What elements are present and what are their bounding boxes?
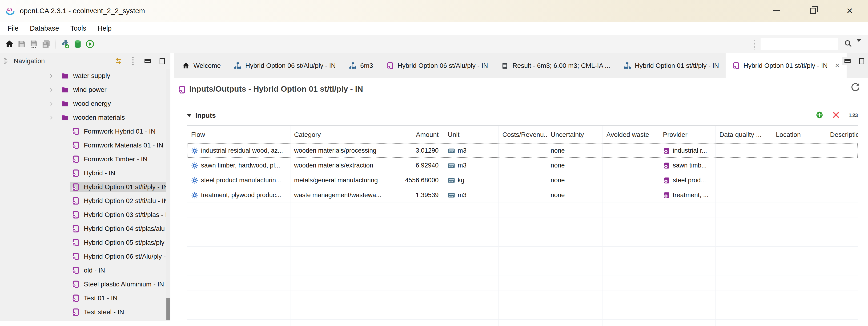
home-button[interactable] (3, 37, 16, 51)
nav-item[interactable]: Formwork Timber - IN (0, 152, 166, 166)
model-graph-icon (349, 62, 356, 69)
product-system-icon (71, 141, 80, 149)
reload-button[interactable] (850, 83, 860, 93)
inputs-section-title: Inputs (195, 112, 216, 119)
empty-row (187, 217, 858, 232)
nav-item[interactable]: wood energy (0, 96, 166, 111)
product-system-icon (71, 155, 80, 163)
add-icon (815, 111, 824, 119)
search-button[interactable] (844, 39, 852, 49)
editor-tab[interactable]: Result - 6m3; 6.00 m3; CML-IA ... (495, 53, 617, 78)
editor-tab[interactable]: Welcome (176, 53, 227, 78)
nav-item[interactable]: Hybrid Option 04 st/plas/alu - IN (0, 221, 166, 236)
editor-area: WelcomeHybrid Option 06 st/Alu/ply - IN6… (174, 53, 868, 326)
column-header[interactable]: Provider (659, 126, 715, 143)
column-header[interactable]: Category (290, 126, 391, 143)
menu-file[interactable]: File (2, 23, 24, 34)
table-row[interactable]: industrial residual wood, az...wooden ma… (187, 143, 858, 158)
menu-tools[interactable]: Tools (65, 23, 92, 34)
run-button[interactable] (84, 37, 96, 51)
view-menu-button[interactable] (129, 57, 137, 65)
expand-chevron-icon[interactable] (48, 87, 59, 93)
home-icon (182, 62, 190, 69)
nav-item[interactable]: Steel plastic Aluminium - IN (0, 277, 166, 291)
column-header[interactable]: Description (826, 126, 858, 143)
expand-chevron-icon[interactable] (48, 101, 59, 107)
scrollbar-thumb[interactable] (166, 298, 170, 320)
navigation-scrollbar[interactable] (166, 69, 170, 321)
editor-tab[interactable]: Hybrid Option 06 st/Alu/ply - IN (380, 53, 495, 78)
link-with-editor-button[interactable] (114, 57, 122, 65)
empty-row (187, 290, 858, 305)
nav-item[interactable]: old - IN (0, 263, 166, 277)
menu-help[interactable]: Help (92, 23, 118, 34)
save-as-button[interactable] (28, 37, 40, 51)
editor-tab-bar: WelcomeHybrid Option 06 st/Alu/ply - IN6… (174, 53, 868, 78)
navigation-tree: water supplywind powerwood energywooden … (0, 69, 166, 321)
table-row[interactable]: sawn timber, hardwood, pl...wooden mater… (187, 158, 858, 173)
close-icon: ✕ (846, 7, 853, 15)
product-system-icon (178, 86, 186, 94)
column-header[interactable]: Uncertainty (547, 126, 602, 143)
editor-tab[interactable]: Hybrid Option 01 st/ti/ply - IN✕ (725, 53, 846, 78)
nav-item[interactable]: Hybrid Option 03 st/ti/plas - IN (0, 208, 166, 221)
column-header[interactable]: Data quality ... (715, 126, 772, 143)
nav-item[interactable]: Hybrid Option 06 st/Alu/ply - IN (0, 249, 166, 263)
nav-item[interactable]: Test steel - IN (0, 305, 166, 319)
minimize-editor-button[interactable] (843, 57, 851, 65)
product-system-icon (71, 183, 80, 191)
save-all-button[interactable] (40, 37, 52, 51)
column-header[interactable]: Location (772, 126, 826, 143)
save-button[interactable] (16, 37, 28, 51)
product-system-icon (71, 225, 80, 233)
table-row[interactable]: treatment, plywood produc...waste manage… (187, 188, 858, 203)
minimize-editor-icon (844, 59, 850, 63)
column-header[interactable]: Avoided waste (602, 126, 659, 143)
unit-combo-icon (448, 177, 455, 183)
minimize-view-button[interactable] (144, 57, 152, 65)
editor-tab[interactable]: 6m3 (342, 53, 380, 78)
nav-item[interactable]: Hybrid Option 05 st/plas/ply - IN (0, 236, 166, 249)
add-row-button[interactable] (815, 111, 824, 120)
new-item-button[interactable] (59, 37, 71, 51)
column-header[interactable]: Flow (187, 126, 290, 143)
minimize-button[interactable] (772, 7, 780, 15)
nav-item[interactable]: Hybrid - IN (0, 166, 166, 180)
nav-item[interactable]: Hybrid Option 02 st/ti/alu - IN (0, 194, 166, 208)
product-system-icon (71, 253, 80, 261)
page-title: Inputs/Outputs - Hybrid Option 01 st/ti/… (189, 84, 363, 93)
collapse-triangle-icon[interactable] (187, 114, 192, 117)
nav-item[interactable]: wooden materials (0, 111, 166, 124)
delete-row-button[interactable] (832, 111, 840, 120)
database-icon (73, 39, 82, 49)
expand-chevron-icon[interactable] (48, 73, 59, 79)
search-input[interactable] (760, 38, 838, 50)
expand-chevron-icon[interactable] (48, 115, 59, 120)
column-header[interactable]: Costs/Revenu... (498, 126, 547, 143)
tab-close-icon[interactable]: ✕ (835, 62, 840, 69)
menu-database[interactable]: Database (24, 23, 65, 34)
maximize-editor-button[interactable] (858, 57, 866, 65)
nav-item[interactable]: Formwork Hybrid 01 - IN (0, 124, 166, 138)
table-row[interactable]: steel product manufacturin...metals/gene… (187, 173, 858, 188)
database-button[interactable] (71, 37, 84, 51)
editor-tab[interactable]: Hybrid Option 01 st/ti/ply - IN (617, 53, 725, 78)
view-menu-icon (131, 57, 135, 65)
product-system-icon (732, 62, 740, 69)
nav-item[interactable]: Hybrid Option 01 st/ti/ply - IN (0, 180, 166, 194)
search-menu-button[interactable] (857, 42, 861, 46)
provider-system-icon (663, 177, 670, 184)
nav-item[interactable]: wind power (0, 83, 166, 96)
column-header[interactable]: Amount (391, 126, 444, 143)
folder-icon (61, 86, 69, 94)
provider-system-icon (663, 147, 670, 154)
close-button[interactable]: ✕ (845, 7, 854, 15)
nav-item[interactable]: Formwork Materials 01 - IN (0, 138, 166, 152)
nav-item[interactable]: Test 01 - IN (0, 291, 166, 305)
restore-button[interactable] (809, 7, 817, 15)
column-header[interactable]: Unit (444, 126, 498, 143)
maximize-view-button[interactable] (158, 57, 166, 65)
editor-tab[interactable]: Hybrid Option 06 st/Alu/ply - IN (227, 53, 342, 78)
formula-toggle-button[interactable]: 1.23 (848, 112, 858, 118)
nav-item[interactable]: water supply (0, 69, 166, 83)
